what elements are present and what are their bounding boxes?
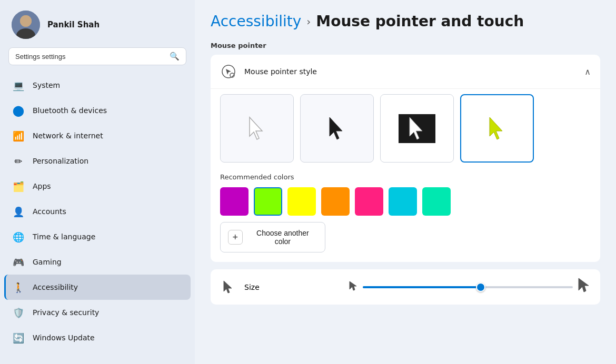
sidebar-item-label: Apps <box>33 182 51 190</box>
bluetooth-icon: ⬤ <box>12 104 25 117</box>
search-icon: 🔍 <box>170 52 180 61</box>
time-icon: 🌐 <box>12 230 25 244</box>
sidebar-item-label: Privacy & security <box>33 308 99 317</box>
color-swatch-cyan[interactable] <box>389 187 417 216</box>
system-icon: 💻 <box>12 78 25 92</box>
section-title: Mouse pointer <box>211 42 600 49</box>
cursor-option-white[interactable] <box>220 94 294 163</box>
network-icon: 📶 <box>12 129 25 143</box>
mouse-pointer-style-header[interactable]: Mouse pointer style ∧ <box>211 55 600 88</box>
breadcrumb-separator: › <box>306 15 311 28</box>
sidebar-item-personalization[interactable]: ✏️ Personalization <box>4 148 191 174</box>
cursor-option-inverted[interactable] <box>380 94 454 163</box>
search-box[interactable]: 🔍 <box>8 47 186 65</box>
inverted-bg <box>399 114 435 143</box>
apps-icon: 🗂️ <box>12 179 25 193</box>
color-swatch-teal[interactable] <box>422 187 451 216</box>
sidebar-item-system[interactable]: 💻 System <box>4 73 191 98</box>
slider-max-icon <box>578 278 591 296</box>
mouse-pointer-style-card: Mouse pointer style ∧ <box>211 55 600 262</box>
sidebar-item-network[interactable]: 📶 Network & internet <box>4 123 191 148</box>
user-name: Pankil Shah <box>47 20 100 29</box>
size-card: Size <box>211 269 600 305</box>
color-swatch-lime[interactable] <box>254 187 282 216</box>
cursor-option-black[interactable] <box>300 94 374 163</box>
sidebar-item-label: Gaming <box>33 258 62 266</box>
choose-color-button[interactable]: + Choose another color <box>220 222 325 252</box>
avatar <box>12 11 40 39</box>
collapse-icon[interactable]: ∧ <box>584 67 591 77</box>
sidebar-item-accessibility[interactable]: 🚶 Accessibility <box>4 275 191 300</box>
size-icon <box>220 279 237 296</box>
color-swatch-orange[interactable] <box>321 187 350 216</box>
breadcrumb: Accessibility › Mouse pointer and touch <box>211 13 600 30</box>
main-content: Accessibility › Mouse pointer and touch … <box>195 0 616 364</box>
size-label: Size <box>244 283 260 291</box>
pointer-style-icon <box>220 63 237 80</box>
user-profile[interactable]: Pankil Shah <box>0 0 195 47</box>
slider-thumb[interactable] <box>476 282 485 292</box>
sidebar-item-label: Bluetooth & devices <box>33 106 107 115</box>
color-swatch-yellow[interactable] <box>287 187 316 216</box>
card-header-left: Mouse pointer style <box>220 63 317 80</box>
mouse-pointer-style-body: Recommended colors + Choose another colo… <box>211 88 600 262</box>
sidebar-item-label: Personalization <box>33 157 88 165</box>
size-slider-area <box>349 278 591 296</box>
svg-point-3 <box>20 15 32 27</box>
cursor-options <box>220 94 591 163</box>
sidebar-item-label: Windows Update <box>33 333 95 342</box>
color-swatch-purple[interactable] <box>220 187 249 216</box>
sidebar-item-bluetooth[interactable]: ⬤ Bluetooth & devices <box>4 98 191 123</box>
slider-fill <box>363 286 480 288</box>
breadcrumb-parent[interactable]: Accessibility <box>211 13 301 30</box>
personalization-icon: ✏️ <box>12 154 25 168</box>
size-left: Size <box>220 279 341 296</box>
sidebar-item-label: Time & language <box>33 232 95 241</box>
plus-icon: + <box>228 230 243 245</box>
gaming-icon: 🎮 <box>12 255 25 269</box>
sidebar-item-privacy[interactable]: 🛡️ Privacy & security <box>4 300 191 325</box>
sidebar-item-time[interactable]: 🌐 Time & language <box>4 224 191 249</box>
sidebar-nav: 💻 System ⬤ Bluetooth & devices 📶 Network… <box>0 70 195 364</box>
choose-color-label: Choose another color <box>248 229 317 246</box>
sidebar-item-label: Accessibility <box>33 283 78 291</box>
privacy-icon: 🛡️ <box>12 306 25 319</box>
colors-section: Recommended colors + Choose another colo… <box>220 173 591 252</box>
sidebar-item-label: Accounts <box>33 207 66 216</box>
size-slider[interactable] <box>363 286 573 288</box>
cursor-option-custom[interactable] <box>460 94 534 163</box>
color-swatch-pink[interactable] <box>355 187 383 216</box>
sidebar-item-windows-update[interactable]: 🔄 Windows Update <box>4 325 191 350</box>
sidebar-item-gaming[interactable]: 🎮 Gaming <box>4 249 191 275</box>
slider-min-icon <box>349 281 357 293</box>
sidebar-item-apps[interactable]: 🗂️ Apps <box>4 174 191 199</box>
color-swatches <box>220 187 591 216</box>
windows-update-icon: 🔄 <box>12 331 25 345</box>
sidebar-item-label: System <box>33 81 60 89</box>
sidebar-item-label: Network & internet <box>33 132 103 140</box>
accounts-icon: 👤 <box>12 205 25 218</box>
sidebar-item-accounts[interactable]: 👤 Accounts <box>4 199 191 224</box>
mouse-pointer-style-title: Mouse pointer style <box>244 67 317 76</box>
search-input[interactable] <box>15 53 165 60</box>
breadcrumb-current: Mouse pointer and touch <box>316 13 524 30</box>
accessibility-icon: 🚶 <box>12 280 25 294</box>
colors-label: Recommended colors <box>220 173 591 181</box>
sidebar: Pankil Shah 🔍 💻 System ⬤ Bluetooth & dev… <box>0 0 195 364</box>
